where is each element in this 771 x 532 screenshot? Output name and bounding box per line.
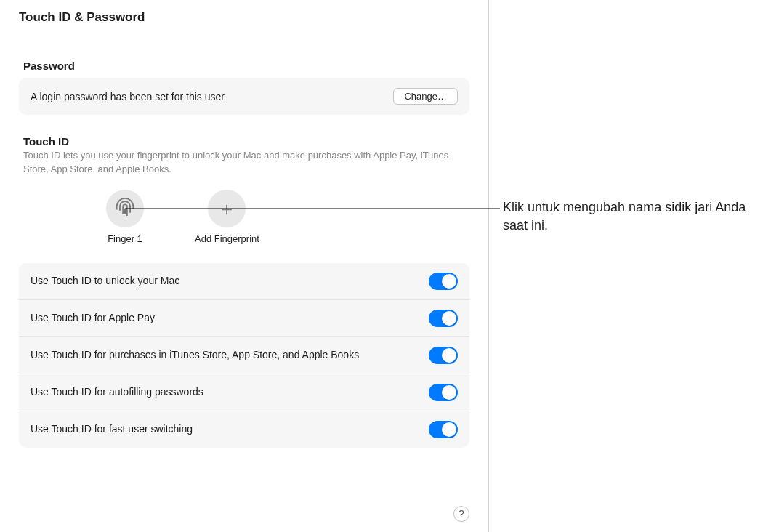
change-password-button[interactable]: Change…	[393, 88, 458, 105]
fingerprint-icon	[106, 190, 144, 227]
toggle-row-autofill: Use Touch ID for autofilling passwords	[19, 374, 469, 411]
callout-annotation: Klik untuk mengubah nama sidik jari Anda…	[503, 198, 764, 235]
fingerprint-finger1[interactable]: Finger 1	[106, 190, 144, 244]
toggle-label: Use Touch ID for purchases in iTunes Sto…	[31, 348, 359, 363]
toggle-label: Use Touch ID for Apple Pay	[31, 311, 155, 326]
add-fingerprint-label: Add Fingerprint	[195, 233, 259, 244]
toggle-row-user-switching: Use Touch ID for fast user switching	[19, 411, 469, 448]
callout-text: Klik untuk mengubah nama sidik jari Anda…	[503, 198, 764, 235]
toggle-row-unlock-mac: Use Touch ID to unlock your Mac	[19, 263, 469, 300]
toggle-unlock-mac[interactable]	[429, 273, 458, 290]
toggle-user-switching[interactable]	[429, 421, 458, 438]
toggle-label: Use Touch ID for autofilling passwords	[31, 385, 203, 400]
help-button[interactable]: ?	[453, 506, 469, 522]
fingerprint-label: Finger 1	[108, 233, 142, 244]
toggle-row-purchases: Use Touch ID for purchases in iTunes Sto…	[19, 337, 469, 374]
plus-icon: ＋	[208, 190, 246, 227]
add-fingerprint-button[interactable]: ＋ Add Fingerprint	[195, 190, 259, 244]
password-section-title: Password	[19, 38, 469, 78]
toggle-label: Use Touch ID to unlock your Mac	[31, 274, 179, 289]
toggle-label: Use Touch ID for fast user switching	[31, 422, 193, 437]
password-status-text: A login password has been set for this u…	[31, 91, 225, 102]
toggle-apple-pay[interactable]	[429, 310, 458, 327]
touchid-section-title: Touch ID	[23, 135, 465, 148]
content-area: Password A login password has been set f…	[0, 31, 488, 448]
toggle-row-apple-pay: Use Touch ID for Apple Pay	[19, 300, 469, 337]
toggle-autofill[interactable]	[429, 384, 458, 401]
touchid-description: Touch ID lets you use your fingerprint t…	[23, 148, 465, 177]
toggle-purchases[interactable]	[429, 347, 458, 364]
touchid-header: Touch ID Touch ID lets you use your fing…	[19, 115, 469, 177]
settings-panel: Touch ID & Password Password A login pas…	[0, 0, 489, 532]
toggle-list: Use Touch ID to unlock your Mac Use Touc…	[19, 263, 469, 448]
window-title: Touch ID & Password	[0, 0, 488, 31]
password-card: A login password has been set for this u…	[19, 78, 469, 115]
fingerprints-row: Finger 1 ＋ Add Fingerprint	[19, 177, 469, 244]
